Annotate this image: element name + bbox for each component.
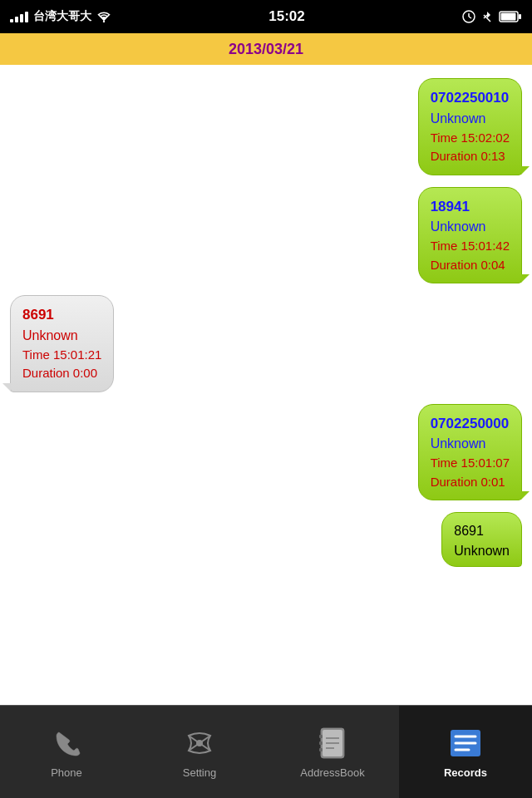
duration-4: Duration 0:01: [431, 473, 510, 492]
phone-2: 18941: [431, 196, 510, 218]
tab-records-label: Records: [444, 766, 487, 779]
status-right: [462, 10, 522, 23]
phone-4: 0702250000: [431, 413, 510, 435]
clock-icon: [462, 10, 475, 23]
date-header: 2013/03/21: [0, 33, 532, 65]
battery-icon: [499, 11, 522, 22]
phone-3: 8691: [22, 304, 101, 326]
message-row-4: 0702250000 Unknown Time 15:01:07 Duratio…: [10, 404, 522, 501]
tab-phone[interactable]: Phone: [0, 706, 133, 798]
time-2: Time 15:01:42: [431, 237, 510, 256]
date-text: 2013/03/21: [229, 41, 303, 58]
svg-rect-8: [500, 13, 515, 21]
svg-point-11: [196, 740, 203, 746]
svg-rect-7: [519, 14, 521, 19]
message-row-2: 18941 Unknown Time 15:01:42 Duration 0:0…: [10, 187, 522, 284]
bluetooth-icon: [480, 10, 494, 23]
signal-bars: [10, 12, 28, 22]
carrier-label: 台湾大哥大: [33, 9, 91, 24]
phone-5: 8691: [454, 521, 510, 541]
contact-2: Unknown: [431, 217, 510, 237]
duration-1: Duration 0:13: [431, 147, 510, 166]
contact-1: Unknown: [431, 109, 510, 129]
bubble-2: 18941 Unknown Time 15:01:42 Duration 0:0…: [418, 187, 522, 284]
wifi-icon: [96, 11, 111, 22]
contact-3: Unknown: [22, 326, 101, 346]
message-row-1: 0702250010 Unknown Time 15:02:02 Duratio…: [10, 78, 522, 175]
svg-rect-20: [319, 748, 323, 751]
tab-records[interactable]: Records: [399, 706, 532, 798]
phone-1: 0702250010: [431, 87, 510, 109]
tab-setting[interactable]: Setting: [133, 706, 266, 798]
message-row-3: 8691 Unknown Time 15:01:21 Duration 0:00: [10, 295, 522, 392]
status-left: 台湾大哥大: [10, 9, 111, 24]
time-3: Time 15:01:21: [22, 346, 101, 365]
duration-3: Duration 0:00: [22, 364, 101, 383]
bubble-1: 0702250010 Unknown Time 15:02:02 Duratio…: [418, 78, 522, 175]
tab-bar: Phone Setting: [0, 705, 532, 798]
svg-rect-18: [319, 735, 323, 738]
status-bar: 台湾大哥大 15:02: [0, 0, 532, 33]
tab-addressbook[interactable]: AddressBook: [266, 706, 399, 798]
svg-line-3: [469, 17, 471, 18]
chat-area: 0702250010 Unknown Time 15:02:02 Duratio…: [0, 65, 532, 705]
contact-5: Unknown: [454, 541, 510, 561]
tab-setting-label: Setting: [183, 766, 216, 779]
records-icon: [447, 725, 484, 761]
bubble-5: 8691 Unknown: [441, 512, 522, 567]
tab-phone-label: Phone: [51, 766, 82, 779]
bubble-4: 0702250000 Unknown Time 15:01:07 Duratio…: [418, 404, 522, 501]
addressbook-icon: [314, 725, 351, 761]
bubble-3: 8691 Unknown Time 15:01:21 Duration 0:00: [10, 295, 114, 392]
setting-icon: [181, 725, 218, 761]
svg-point-0: [103, 21, 105, 22]
status-time: 15:02: [268, 8, 304, 25]
tab-addressbook-label: AddressBook: [300, 766, 364, 779]
message-row-5: 8691 Unknown: [10, 512, 522, 567]
svg-rect-19: [319, 741, 323, 745]
contact-4: Unknown: [431, 434, 510, 454]
time-1: Time 15:02:02: [431, 129, 510, 148]
duration-2: Duration 0:04: [431, 256, 510, 275]
time-4: Time 15:01:07: [431, 454, 510, 473]
phone-icon: [48, 725, 85, 761]
